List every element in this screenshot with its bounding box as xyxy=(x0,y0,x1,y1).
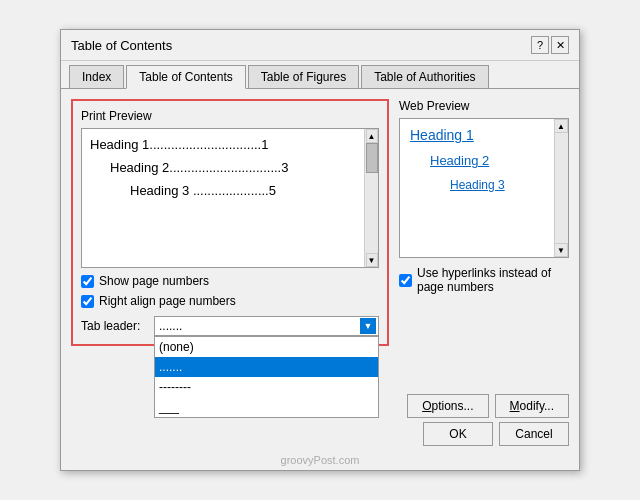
dialog-title: Table of Contents xyxy=(71,38,172,53)
tab-leader-row: Tab leader: ....... ▼ (none) ....... ---… xyxy=(81,316,379,336)
web-scroll-up[interactable]: ▲ xyxy=(554,119,568,133)
web-scroll-down[interactable]: ▼ xyxy=(554,243,568,257)
options-button[interactable]: Options... xyxy=(407,394,488,418)
print-heading2: Heading 2...............................… xyxy=(110,160,356,175)
left-panel: Print Preview Heading 1.................… xyxy=(71,99,389,346)
web-heading1: Heading 1 xyxy=(410,127,546,143)
use-hyperlinks-label: Use hyperlinks instead of page numbers xyxy=(417,266,569,294)
print-heading1: Heading 1...............................… xyxy=(90,137,356,152)
show-page-numbers-label: Show page numbers xyxy=(99,274,209,288)
help-button[interactable]: ? xyxy=(531,36,549,54)
table-of-contents-dialog: Table of Contents ? ✕ Index Table of Con… xyxy=(60,29,580,471)
close-button[interactable]: ✕ xyxy=(551,36,569,54)
web-preview-box: Heading 1 Heading 2 Heading 3 ▲ ▼ xyxy=(399,118,569,258)
web-heading3: Heading 3 xyxy=(450,178,546,192)
tab-authorities[interactable]: Table of Authorities xyxy=(361,65,488,88)
web-heading2: Heading 2 xyxy=(430,153,546,168)
print-preview-box: Heading 1...............................… xyxy=(81,128,379,268)
modify-button[interactable]: Modify... xyxy=(495,394,569,418)
print-preview-scrollbar[interactable]: ▲ ▼ xyxy=(364,129,378,267)
tab-leader-dropdown-container: ....... ▼ (none) ....... -------- ___ xyxy=(154,316,379,336)
dropdown-item-none[interactable]: (none) xyxy=(155,337,378,357)
tab-index[interactable]: Index xyxy=(69,65,124,88)
dropdown-item-dashes[interactable]: -------- xyxy=(155,377,378,397)
dropdown-arrow-icon[interactable]: ▼ xyxy=(360,318,376,334)
print-heading3: Heading 3 .....................5 xyxy=(130,183,356,198)
right-align-label: Right align page numbers xyxy=(99,294,236,308)
ok-button[interactable]: OK xyxy=(423,422,493,446)
dialog-body: Print Preview Heading 1.................… xyxy=(61,89,579,356)
web-preview-scrollbar[interactable]: ▲ ▼ xyxy=(554,119,568,257)
dropdown-item-dots[interactable]: ....... xyxy=(155,357,378,377)
tab-leader-label: Tab leader: xyxy=(81,319,146,333)
scroll-down-arrow[interactable]: ▼ xyxy=(366,253,378,267)
right-align-row: Right align page numbers xyxy=(81,294,379,308)
print-preview-label: Print Preview xyxy=(81,109,379,123)
watermark: groovyPost.com xyxy=(61,454,579,470)
scroll-up-arrow[interactable]: ▲ xyxy=(366,129,378,143)
tab-figures[interactable]: Table of Figures xyxy=(248,65,359,88)
right-panel: Web Preview Heading 1 Heading 2 Heading … xyxy=(399,99,569,346)
tab-bar: Index Table of Contents Table of Figures… xyxy=(61,61,579,89)
tab-leader-dropdown[interactable]: ....... ▼ xyxy=(154,316,379,336)
scrollbar-thumb[interactable] xyxy=(366,143,378,173)
tab-leader-dropdown-list: (none) ....... -------- ___ xyxy=(154,336,379,418)
show-page-numbers-row: Show page numbers xyxy=(81,274,379,288)
use-hyperlinks-checkbox[interactable] xyxy=(399,274,412,287)
title-bar-buttons: ? ✕ xyxy=(531,36,569,54)
dropdown-item-underline[interactable]: ___ xyxy=(155,397,378,417)
show-page-numbers-checkbox[interactable] xyxy=(81,275,94,288)
web-preview-label: Web Preview xyxy=(399,99,569,113)
footer-buttons-row: OK Cancel xyxy=(61,422,579,454)
right-align-checkbox[interactable] xyxy=(81,295,94,308)
tab-toc[interactable]: Table of Contents xyxy=(126,65,245,89)
cancel-button[interactable]: Cancel xyxy=(499,422,569,446)
title-bar: Table of Contents ? ✕ xyxy=(61,30,579,61)
use-hyperlinks-row: Use hyperlinks instead of page numbers xyxy=(399,266,569,294)
